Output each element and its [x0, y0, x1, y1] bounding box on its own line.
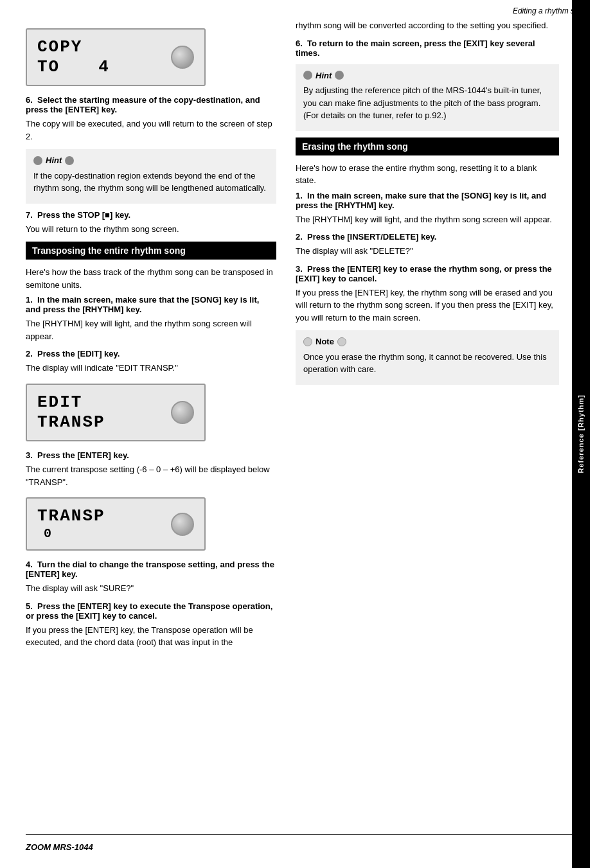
footer-brand: ZOOM MRS-1044	[26, 842, 93, 852]
step-4-transpose-body: The display will ask "SURE?"	[26, 582, 276, 595]
note-body: Once you erase the rhythm song, it canno…	[303, 351, 551, 376]
transpose-intro: Here's how the bass track of the rhythm …	[26, 266, 276, 291]
step-3-erase-body: If you press the [ENTER] key, the rhythm…	[296, 287, 559, 324]
two-column-layout: COPY TO 4 6. Select the starting measure…	[26, 19, 559, 655]
hint-box-1: Hint If the copy-destination region exte…	[26, 149, 276, 204]
step-7-num: 7.	[26, 210, 33, 220]
lcd-transp-dial	[171, 513, 194, 536]
continued-text: rhythm song will be converted according …	[296, 19, 559, 32]
hint-icon-2	[303, 71, 312, 80]
lcd-transp-text: TRANSP 0	[37, 506, 105, 542]
step-3-erase-heading: 3. Press the [ENTER] key to erase the rh…	[296, 264, 559, 283]
step-2-erase-body: The display will ask "DELETE?"	[296, 245, 559, 258]
section-transpose: Transposing the entire rhythm song	[26, 242, 276, 260]
hint-box-2: Hint By adjusting the reference pitch of…	[296, 64, 559, 131]
step-2-erase-num: 2.	[296, 232, 303, 242]
hint-icon-1	[33, 156, 42, 165]
lcd-copy-display: COPY TO 4	[26, 28, 206, 86]
hint-icon-2b	[335, 71, 344, 80]
step-3-erase-num: 3.	[296, 264, 303, 274]
step-2-transpose-body: The display will indicate "EDIT TRANSP."	[26, 362, 276, 375]
hint-body-2: By adjusting the reference pitch of the …	[303, 84, 551, 122]
right-tab: Reference [Rhythm]	[572, 0, 590, 868]
step-2-transpose-num: 2.	[26, 349, 33, 359]
lcd-edit-text: EDIT TRANSP	[37, 393, 105, 432]
step-3-erase: 3. Press the [ENTER] key to erase the rh…	[296, 264, 559, 324]
step-4-transpose-num: 4.	[26, 560, 33, 569]
step-3-transpose: 3. Press the [ENTER] key. The current tr…	[26, 450, 276, 488]
step-3-transpose-heading: 3. Press the [ENTER] key.	[26, 450, 276, 460]
step-6-right-num: 6.	[296, 39, 303, 48]
step-1-erase-heading: 1. In the main screen, make sure that th…	[296, 191, 559, 210]
note-box: Note Once you erase the rhythm song, it …	[296, 330, 559, 385]
note-icon	[303, 337, 312, 346]
hint-title-1: Hint	[33, 154, 269, 167]
step-1-transpose-num: 1.	[26, 295, 33, 305]
hint-body-1: If the copy-destination region extends b…	[33, 170, 269, 195]
step-3-transpose-num: 3.	[26, 450, 33, 460]
step-5-transpose-body: If you press the [ENTER] key, the Transp…	[26, 624, 276, 649]
note-title: Note	[303, 335, 551, 348]
step-5-transpose: 5. Press the [ENTER] key to execute the …	[26, 601, 276, 649]
page-footer: ZOOM MRS-1044 65	[26, 834, 587, 855]
step-7-heading: 7. Press the STOP [■] key.	[26, 210, 276, 220]
note-icon-b	[337, 337, 346, 346]
lcd-copy-dial	[171, 46, 194, 69]
hint-title-2: Hint	[303, 69, 551, 82]
step-4-transpose: 4. Turn the dial to change the transpose…	[26, 560, 276, 595]
step-7-body: You will return to the rhythm song scree…	[26, 223, 276, 236]
step-6-left-num: 6.	[26, 95, 33, 105]
step-6-right-heading: 6. To return to the main screen, press t…	[296, 39, 559, 58]
lcd-edit-display: EDIT TRANSP	[26, 384, 206, 441]
lcd-edit-dial	[171, 401, 194, 424]
step-2-erase: 2. Press the [INSERT/DELETE] key. The di…	[296, 232, 559, 258]
lcd-transp-display: TRANSP 0	[26, 497, 206, 551]
step-3-transpose-body: The current transpose setting (-6 – 0 – …	[26, 463, 276, 488]
step-2-transpose-heading: 2. Press the [EDIT] key.	[26, 349, 276, 359]
step-1-erase: 1. In the main screen, make sure that th…	[296, 191, 559, 226]
step-1-erase-num: 1.	[296, 191, 303, 200]
main-content: Editing a rhythm song COPY TO 4	[0, 0, 572, 868]
step-4-transpose-heading: 4. Turn the dial to change the transpose…	[26, 560, 276, 579]
step-1-transpose: 1. In the main screen, make sure that th…	[26, 295, 276, 342]
step-5-transpose-num: 5.	[26, 601, 33, 611]
step-1-erase-body: The [RHYTHM] key will light, and the rhy…	[296, 213, 559, 226]
step-2-erase-heading: 2. Press the [INSERT/DELETE] key.	[296, 232, 559, 242]
step-6-left: 6. Select the starting measure of the co…	[26, 95, 276, 143]
right-tab-label: Reference [Rhythm]	[577, 394, 585, 474]
lcd-copy-text: COPY TO 4	[37, 37, 110, 77]
step-6-left-body: The copy will be executed, and you will …	[26, 118, 276, 143]
left-column: COPY TO 4 6. Select the starting measure…	[26, 19, 276, 655]
erase-intro: Here's how to erase the entire rhythm so…	[296, 162, 559, 187]
section-erase: Erasing the rhythm song	[296, 137, 559, 155]
step-7: 7. Press the STOP [■] key. You will retu…	[26, 210, 276, 236]
step-1-transpose-heading: 1. In the main screen, make sure that th…	[26, 295, 276, 314]
page-container: Editing a rhythm song COPY TO 4	[0, 0, 613, 868]
step-1-transpose-body: The [RHYTHM] key will light, and the rhy…	[26, 317, 276, 342]
hint-icon-1b	[65, 156, 74, 165]
step-2-transpose: 2. Press the [EDIT] key. The display wil…	[26, 349, 276, 375]
step-6-right: 6. To return to the main screen, press t…	[296, 39, 559, 58]
step-5-transpose-heading: 5. Press the [ENTER] key to execute the …	[26, 601, 276, 621]
right-column: rhythm song will be converted according …	[296, 19, 559, 655]
step-6-left-heading: 6. Select the starting measure of the co…	[26, 95, 276, 114]
